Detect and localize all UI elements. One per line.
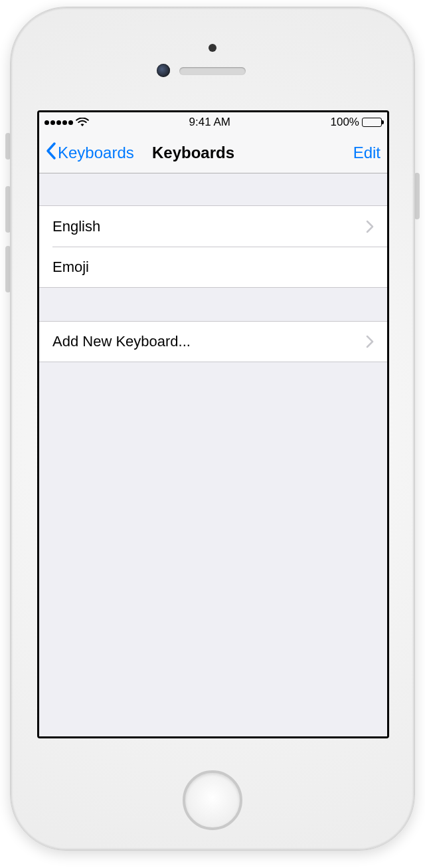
keyboard-row-english[interactable]: English bbox=[39, 205, 387, 247]
nav-bar: Keyboards Keyboards Edit bbox=[39, 132, 387, 173]
phone-body: 9:41 AM 100% Keyboards bbox=[10, 7, 415, 851]
page-title: Keyboards bbox=[46, 144, 341, 162]
edit-button[interactable]: Edit bbox=[341, 144, 381, 162]
content: English Emoji Add New Keyboard... bbox=[39, 173, 387, 362]
keyboard-row-label: English bbox=[52, 218, 100, 235]
group-spacer bbox=[39, 288, 387, 321]
keyboard-row-label: Emoji bbox=[52, 259, 89, 276]
add-keyboard-label: Add New Keyboard... bbox=[52, 333, 191, 350]
power-button bbox=[414, 173, 420, 219]
home-button[interactable] bbox=[183, 770, 242, 830]
chevron-right-icon bbox=[366, 220, 374, 233]
battery-percent: 100% bbox=[331, 116, 359, 129]
chevron-right-icon bbox=[366, 335, 374, 348]
status-bar: 9:41 AM 100% bbox=[39, 112, 387, 132]
keyboard-row-emoji[interactable]: Emoji bbox=[39, 247, 387, 288]
add-new-keyboard-button[interactable]: Add New Keyboard... bbox=[39, 321, 387, 362]
front-camera bbox=[157, 64, 170, 77]
earpiece-speaker bbox=[179, 67, 246, 75]
battery-icon bbox=[362, 118, 382, 127]
cellular-signal-icon bbox=[44, 120, 73, 125]
proximity-sensor bbox=[209, 44, 216, 52]
screen: 9:41 AM 100% Keyboards bbox=[39, 112, 387, 736]
group-spacer bbox=[39, 173, 387, 205]
status-time: 9:41 AM bbox=[189, 116, 230, 129]
screen-bezel: 9:41 AM 100% Keyboards bbox=[37, 110, 389, 738]
wifi-icon bbox=[76, 118, 89, 127]
